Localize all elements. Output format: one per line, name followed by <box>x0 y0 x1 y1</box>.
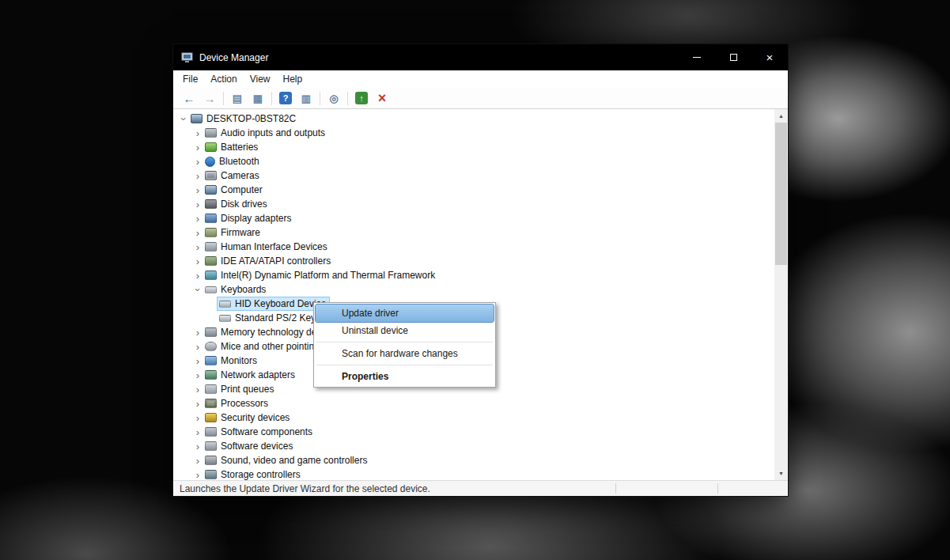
forward-button[interactable]: → <box>200 89 219 107</box>
expand-chevron-icon[interactable]: › <box>192 228 203 238</box>
expand-chevron-icon[interactable]: › <box>192 370 203 380</box>
expand-chevron-icon[interactable]: › <box>192 399 203 409</box>
vertical-scrollbar[interactable]: ▲ ▼ <box>774 109 788 480</box>
display-icon <box>205 214 217 223</box>
tree-item-disk-drives[interactable]: › Disk drives <box>173 197 774 211</box>
help-button[interactable]: ? <box>276 89 295 107</box>
expand-chevron-icon[interactable]: › <box>179 113 189 124</box>
expand-chevron-icon[interactable]: › <box>192 327 203 338</box>
expand-chevron-icon[interactable]: › <box>193 284 203 295</box>
back-button[interactable]: ← <box>180 89 199 107</box>
menu-help[interactable]: Help <box>277 71 309 87</box>
tree-item-keyboards[interactable]: › Keyboards <box>173 282 774 297</box>
menu-file[interactable]: File <box>176 71 204 87</box>
context-menu-item-label: Update driver <box>342 308 399 319</box>
tree-item-content: Batteries <box>203 141 261 153</box>
security-icon <box>205 413 217 422</box>
tree-item-label: Firmware <box>221 227 260 238</box>
scroll-down-button[interactable]: ▼ <box>774 467 788 480</box>
computer-icon <box>205 185 217 195</box>
menu-view[interactable]: View <box>244 71 277 87</box>
forward-icon: → <box>204 92 216 105</box>
show-console-button[interactable]: ▤ <box>228 89 247 107</box>
expand-chevron-icon[interactable]: › <box>192 441 203 452</box>
update-driver-button[interactable]: ↑ <box>352 89 371 107</box>
tree-item-software-components[interactable]: › Software components <box>173 425 774 439</box>
menu-action[interactable]: Action <box>204 71 243 87</box>
back-icon: ← <box>184 92 195 105</box>
tree-item-cameras[interactable]: › Cameras <box>173 168 774 183</box>
scan-hardware-icon: ◎ <box>329 93 338 104</box>
context-menu-item-label: Properties <box>342 371 388 382</box>
storage-icon <box>205 470 217 479</box>
properties-icon: ▦ <box>253 93 263 104</box>
tree-item-content: Software components <box>203 426 316 438</box>
titlebar[interactable]: Device Manager × <box>173 44 788 70</box>
tree-item-firmware[interactable]: › Firmware <box>173 225 774 240</box>
tree-item-human-interface-devices[interactable]: › Human Interface Devices <box>173 240 774 254</box>
tree-item-bluetooth[interactable]: › Bluetooth <box>173 154 774 168</box>
scroll-up-button[interactable]: ▲ <box>774 109 788 123</box>
help-icon: ? <box>279 92 292 104</box>
tree-item-software-devices[interactable]: › Software devices <box>173 439 774 453</box>
expand-chevron-icon[interactable]: › <box>192 256 203 267</box>
tree-item-content: Human Interface Devices <box>203 240 331 253</box>
tree-item-computer[interactable]: › Computer <box>173 183 774 197</box>
tree-item-storage-controllers[interactable]: › Storage controllers <box>173 467 774 480</box>
maximize-button[interactable] <box>715 44 751 70</box>
tree-item-ide-ata-atapi-controllers[interactable]: › IDE ATA/ATAPI controllers <box>173 254 774 268</box>
expand-chevron-icon[interactable]: › <box>192 171 203 181</box>
expand-chevron-icon[interactable]: › <box>192 199 203 210</box>
context-menu-properties[interactable]: Properties <box>316 368 494 385</box>
tree-item-content: Security devices <box>203 411 293 424</box>
tree-item-content: Network adapters <box>203 369 298 381</box>
tree-item-label: DESKTOP-0BST82C <box>206 113 296 124</box>
device-tree: › DESKTOP-0BST82C › Audio inputs and out… <box>173 109 774 480</box>
device-manager-icon <box>181 52 193 63</box>
tree-item-display-adapters[interactable]: › Display adapters <box>173 211 774 225</box>
properties-button[interactable]: ▦ <box>248 89 267 107</box>
tree-item-content: Processors <box>203 397 271 410</box>
expand-chevron-icon[interactable]: › <box>192 157 203 167</box>
expand-chevron-icon[interactable]: › <box>192 456 203 466</box>
export-list-button[interactable]: ▥ <box>297 89 316 107</box>
expand-chevron-icon[interactable]: › <box>192 384 203 395</box>
tree-item-label: Bluetooth <box>219 156 259 167</box>
tree-item-audio-inputs-and-outputs[interactable]: › Audio inputs and outputs <box>173 126 774 140</box>
tree-item-content: Monitors <box>203 354 260 367</box>
tree-item-label: Processors <box>221 398 268 409</box>
tree-item-processors[interactable]: › Processors <box>173 396 774 411</box>
expand-chevron-icon[interactable]: › <box>192 413 203 423</box>
expand-chevron-icon[interactable]: › <box>192 356 203 366</box>
tree-item-sound-video-and-game-controllers[interactable]: › Sound, video and game controllers <box>173 453 774 467</box>
tree-item-desktop-0bst82c[interactable]: › DESKTOP-0BST82C <box>173 112 774 126</box>
tree-item-label: Display adapters <box>221 213 291 224</box>
expand-chevron-icon[interactable]: › <box>192 342 203 352</box>
tree-item-batteries[interactable]: › Batteries <box>173 140 774 154</box>
expand-chevron-icon[interactable]: › <box>192 185 203 195</box>
context-menu-scan-for-hardware-changes[interactable]: Scan for hardware changes <box>316 345 494 362</box>
tree-item-label: Audio inputs and outputs <box>221 127 325 138</box>
tree-item-label: Storage controllers <box>221 469 301 480</box>
keyboard-icon <box>219 301 231 308</box>
expand-chevron-icon[interactable]: › <box>192 142 203 153</box>
close-button[interactable]: × <box>751 44 788 70</box>
sound-icon <box>205 456 217 465</box>
expand-chevron-icon[interactable]: › <box>192 214 203 224</box>
scan-hardware-button[interactable]: ◎ <box>324 89 343 107</box>
tree-item-intel-r-dynamic-platform-and-thermal-framework[interactable]: › Intel(R) Dynamic Platform and Thermal … <box>173 268 774 282</box>
context-menu-update-driver[interactable]: Update driver <box>316 305 494 322</box>
uninstall-device-button[interactable]: × <box>373 89 392 107</box>
expand-chevron-icon[interactable]: › <box>192 427 203 437</box>
expand-chevron-icon[interactable]: › <box>192 271 203 281</box>
context-menu-uninstall-device[interactable]: Uninstall device <box>316 322 494 339</box>
keyboard-icon <box>219 315 231 322</box>
minimize-button[interactable] <box>679 44 715 70</box>
tree-item-security-devices[interactable]: › Security devices <box>173 411 774 425</box>
expand-chevron-icon[interactable]: › <box>192 470 203 480</box>
expand-chevron-icon[interactable]: › <box>192 128 203 138</box>
scrollbar-thumb[interactable] <box>775 123 787 265</box>
show-console-icon: ▤ <box>233 93 242 104</box>
expand-chevron-icon[interactable]: › <box>192 242 203 252</box>
context-menu-separator <box>316 342 493 342</box>
